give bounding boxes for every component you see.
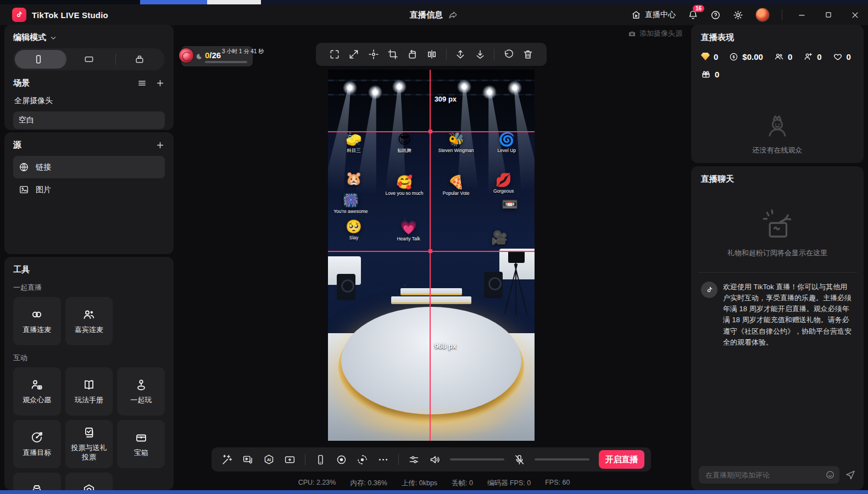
edit-mode-dropdown[interactable]: 编辑模式 [13, 32, 165, 43]
tiktok-logo-icon [12, 8, 26, 22]
sticker[interactable]: 🌀Level Up [497, 133, 516, 153]
source-item-image[interactable]: 图片 [13, 178, 165, 201]
mic-muted-button[interactable] [514, 454, 525, 465]
maximize-button[interactable] [825, 11, 832, 19]
mic-volume-slider[interactable] [535, 458, 589, 461]
frame-button[interactable] [284, 454, 296, 465]
tool-live-goal[interactable]: 直播目标 [13, 420, 61, 468]
start-live-button[interactable]: 开启直播 [599, 450, 644, 469]
rotate-button[interactable] [407, 49, 418, 60]
sticker[interactable]: 🥺Slay [346, 220, 362, 240]
vote-icon [82, 426, 96, 439]
scene-list-icon[interactable] [137, 78, 147, 88]
fit-selection-button[interactable] [329, 49, 340, 60]
portrait-mode-icon [33, 54, 44, 65]
sticker[interactable]: 📼 [502, 198, 518, 212]
source-item-link[interactable]: 链接 [13, 156, 165, 178]
undo-button[interactable] [503, 49, 514, 60]
camera-icon [628, 30, 636, 38]
diamond-icon [701, 53, 710, 60]
close-button[interactable] [851, 11, 859, 19]
expand-button[interactable] [348, 49, 359, 60]
rose-goal-widget[interactable]: 0/26 3 小时 1 分 41 秒 [181, 46, 253, 66]
sticker[interactable]: 🐹 [346, 172, 362, 187]
guide-vertical-line[interactable] [430, 70, 431, 441]
guide-handle[interactable] [429, 130, 432, 133]
stat-gifts: 0 [701, 69, 719, 79]
titlebar-divider [782, 9, 782, 20]
app-window: TikTok LIVE Studio 直播信息 直播中心 16 [0, 0, 868, 494]
sticker[interactable]: 🍕Popular Vote [443, 176, 470, 196]
settings-button[interactable] [733, 10, 743, 20]
sticker[interactable]: 🧽科目三 [346, 133, 362, 154]
mode-landscape-button[interactable] [64, 48, 114, 70]
record-icon [336, 454, 347, 465]
ai-button[interactable]: AI [263, 454, 275, 465]
performance-title: 直播表现 [701, 32, 854, 43]
minimize-button[interactable] [798, 11, 806, 19]
scene-item-fullscreen-camera[interactable]: 全屏摄像头 [13, 94, 165, 108]
comment-input[interactable] [699, 466, 839, 484]
notifications-button[interactable]: 16 [688, 10, 698, 20]
tool-poll-gift-vote[interactable]: 投票与送礼投票 [65, 420, 113, 468]
preview-canvas[interactable]: 🧽科目三😎贴纸舞🐝Steven Wingman🌀Level Up🐹🥰Love y… [328, 70, 535, 441]
book-icon [82, 378, 96, 391]
add-camera-source-button[interactable]: 添加摄像头源 [628, 29, 682, 38]
flip-horizontal-button[interactable] [426, 49, 437, 60]
delete-button[interactable] [522, 49, 533, 60]
layer-down-button[interactable] [475, 49, 486, 60]
app-title: TikTok LIVE Studio [32, 10, 108, 20]
effects-button[interactable] [221, 454, 233, 465]
guide-handle[interactable] [429, 249, 432, 253]
help-button[interactable] [710, 10, 721, 20]
sticker[interactable]: 🐝Steven Wingman [438, 133, 474, 153]
status-encoder-fps: 编码器 FPS: 0 [487, 479, 531, 488]
sticker[interactable]: 💋Gorgeous [493, 173, 514, 194]
sticker[interactable]: 🎆You're awesome [333, 194, 368, 214]
tool-treasure-chest[interactable]: 宝箱 [117, 420, 165, 468]
tool-playbook[interactable]: 玩法手册 [65, 367, 113, 416]
speaker-volume-slider[interactable] [450, 458, 505, 461]
chat-divider [698, 272, 857, 273]
avatar[interactable] [755, 8, 770, 22]
more-button[interactable] [377, 454, 389, 465]
emoji-button[interactable] [825, 470, 835, 480]
stat-diamonds: 0 [701, 52, 718, 61]
page-title: 直播信息 [410, 10, 443, 20]
ellipsis-icon [377, 454, 389, 465]
tool-audience-wish[interactable]: 观众心愿 [13, 367, 61, 416]
speaker-icon [429, 454, 441, 465]
mixer-icon [408, 454, 420, 465]
status-cpu: CPU: 2.23% [298, 479, 336, 488]
rose-icon [179, 48, 193, 63]
layer-up-button[interactable] [455, 49, 466, 60]
phone-view-button[interactable] [315, 454, 326, 465]
tool-live-cohost[interactable]: 直播连麦 [13, 297, 61, 345]
canvas-toolbar [316, 43, 547, 66]
center-target-button[interactable] [368, 49, 379, 60]
gear-icon [733, 10, 743, 20]
crop-button[interactable] [387, 49, 398, 60]
scenes-title: 场景 [13, 78, 137, 88]
sticker[interactable]: 💗Hearty Talk [397, 221, 420, 242]
send-comment-button[interactable] [845, 469, 856, 480]
scene-item-blank[interactable]: 空白 [13, 111, 165, 129]
live-center-button[interactable]: 直播中心 [631, 10, 676, 20]
share-icon[interactable] [448, 10, 458, 20]
media-button[interactable] [242, 454, 254, 465]
speaker-button[interactable] [429, 454, 441, 465]
mode-portrait-button[interactable] [13, 48, 64, 70]
trash-icon [522, 49, 533, 60]
sticker[interactable]: 🥰Love you so much [386, 176, 424, 196]
rotate-screen-button[interactable] [357, 454, 368, 465]
audio-mixer-button[interactable] [408, 454, 420, 465]
record-button[interactable] [336, 454, 347, 465]
add-source-button[interactable] [155, 141, 165, 150]
add-scene-button[interactable] [155, 78, 165, 88]
mode-game-button[interactable] [114, 48, 165, 70]
sticker[interactable]: 😎贴纸舞 [397, 133, 411, 154]
landscape-mode-icon [84, 54, 94, 65]
sticker[interactable]: 🎥 [491, 231, 508, 246]
tool-play-together[interactable]: 一起玩 [117, 367, 165, 416]
tool-guest-cohost[interactable]: 嘉宾连麦 [65, 297, 113, 345]
